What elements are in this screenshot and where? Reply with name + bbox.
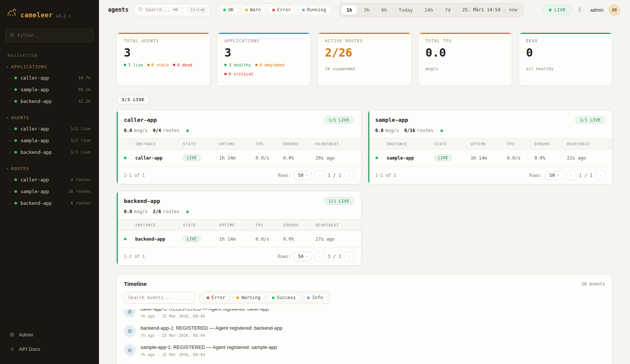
chevron-right-icon: › [8,99,11,104]
sidebar-filter[interactable] [5,29,94,42]
stat-value: 3 [224,46,303,59]
timeline-filter-chip[interactable]: Success [267,293,301,302]
sidebar-item[interactable]: › caller-app 10.7k [5,72,94,84]
table-footer: 1-1 of 1 Rows: 50 ▾ ‹ 1 / 1 › [368,166,613,184]
timeline-filter-chip[interactable]: Warning [232,293,265,302]
gear-icon: ⚙ [9,332,15,338]
prev-page-button[interactable]: ‹ [315,252,324,261]
sidebar-item[interactable]: › caller-app 4 routes [5,174,94,186]
prev-page-button[interactable]: ‹ [567,170,576,180]
next-icon: › [348,253,350,259]
range-button[interactable]: 6h [376,5,392,15]
app-tps-value: 0.0 [375,128,384,133]
sidebar-item[interactable]: › backend-app 6 routes [5,197,94,209]
status-dot-icon [14,139,17,142]
sidebar-item-label: sample-app [20,189,49,194]
app-routes-label: routes [163,209,179,214]
next-page-button[interactable]: › [344,170,354,180]
sidebar-item-admin[interactable]: ⚙ Admin [6,329,93,341]
timeline-filter-chip[interactable]: Info [303,293,327,302]
range-button[interactable]: Today [393,5,418,15]
chevron-right-icon: › [8,88,11,92]
stat-meta-item: 3 live [124,63,143,68]
rows-per-page-select[interactable]: 50 ▾ [294,252,312,261]
table-header-cell: INSTANCE [387,142,434,146]
instance-status-dot-icon [124,238,127,240]
timeline-filter-chip[interactable]: Error [202,293,230,302]
next-icon: › [599,172,601,178]
timeline-search-input[interactable] [124,292,195,304]
status-filter-chip[interactable]: Warn [241,5,266,14]
next-page-button[interactable]: › [596,170,605,180]
stat-meta-item: 0 degraded [255,63,284,68]
event-body: backend-app-1: REGISTERED — Agent regist… [141,325,283,338]
app-stats: 0.0 msg/s 0/16 routes [368,127,613,138]
section-collapse-dot-icon [7,168,8,169]
rows-label: Rows: [529,173,542,178]
range-button[interactable]: 7d [440,5,456,15]
rows-per-page-select[interactable]: 50 ▾ [545,171,564,180]
sidebar-section-header[interactable]: APPLICATIONS [5,62,94,72]
range-button[interactable]: 3h [358,5,375,15]
event-title: caller-app-1: REGISTERED — Agent registe… [141,309,269,312]
table-header-cell: ERRORS [534,142,567,146]
timeline-filter-label: Error [212,295,225,300]
sidebar-item-api-docs[interactable]: ≡ API Docs [6,343,93,355]
pagination: Rows: 50 ▾ ‹ 1 / 1 › [529,170,605,180]
global-search-input[interactable] [145,7,186,12]
prev-icon: ‹ [319,253,321,259]
table-header-cell: ERRORS [283,142,315,146]
sidebar-item[interactable]: › sample-app 1/1 live [5,135,94,146]
sidebar-item[interactable]: › caller-app 1/1 live [5,123,94,135]
timeline-events[interactable]: ⚙ caller-app-1: REGISTERED — Agent regis… [117,309,612,364]
sidebar-item[interactable]: › sample-app 16 routes [5,186,94,197]
apps-grid: caller-app 1/1 LIVE 0.0 msg/s 0/4 routes [116,110,613,266]
sidebar-section-items: › caller-app 10.7k › sample-app 84.1k [5,72,94,107]
next-page-button[interactable]: › [344,252,354,261]
stat-value: 3 [124,46,203,59]
stat-card: TOTAL AGENTS 3 3 live [116,32,210,86]
timeline-header: Timeline 50 events [117,274,612,291]
state-badge: LIVE [183,155,200,161]
sidebar-section-header[interactable]: ROUTES [5,164,94,174]
app-routes-value: 2/6 [153,209,161,214]
stat-card: DEAD 0 all healthy [519,32,613,86]
status-dot-icon [14,100,17,103]
live-indicator[interactable]: LIVE [543,5,572,15]
event-gear-icon: ⚙ [124,309,136,318]
sidebar-filter-input[interactable] [17,33,90,38]
range-button[interactable]: 24h [419,5,439,15]
app-accent-bar [117,110,118,184]
content: TOTAL AGENTS 3 3 live [99,20,630,364]
sidebar-item-label: caller-app [20,177,49,183]
table-body: sample-app LIVE 1h 14m 0.0/s 0.0% 22s ag… [368,150,613,166]
sidebar-item-badge: 16 routes [68,189,91,194]
sidebar-item[interactable]: › sample-app 84.1k [5,84,94,95]
sidebar-item[interactable]: › backend-app 32.2k [5,95,94,107]
sidebar-item[interactable]: › backend-app 1/1 live [5,146,94,158]
global-search[interactable]: Ctrl+K [134,4,210,16]
sidebar-section-header[interactable]: AGENTS [5,113,94,123]
table-row[interactable]: caller-app LIVE 1h 14m 0.0/s 0.0% 20s ag… [117,150,361,166]
prev-page-button[interactable]: ‹ [315,170,324,180]
chevron-right-icon: › [8,150,11,155]
avatar[interactable]: AD [608,4,620,16]
dark-mode-toggle[interactable]: ☾ [577,5,585,15]
heartbeat-cell: 27s ago [315,237,354,242]
status-filter-chip[interactable]: OK [219,5,238,14]
stat-label: ACTIVE ROUTES [325,38,404,43]
moon-icon: ☾ [578,7,584,13]
results-range: 1-1 of 1 [124,254,145,259]
table-row[interactable]: sample-app LIVE 1h 14m 0.0/s 0.0% 22s ag… [368,150,613,166]
severity-dot-icon [207,296,209,299]
filter-search-icon [9,32,14,39]
status-filter-chip[interactable]: Running [298,5,331,14]
camel-logo-icon [7,7,17,19]
status-filter-chip[interactable]: Error [268,5,295,14]
range-button[interactable]: 1h [341,5,357,15]
results-range: 1-1 of 1 [375,173,396,178]
table-row[interactable]: backend-app LIVE 1h 14m 0.0/s 0.0% 27s a… [117,231,361,247]
rows-per-page-select[interactable]: 50 ▾ [294,171,312,180]
brand-name: cameleer [20,11,53,19]
stat-value: 2/26 [325,46,404,59]
